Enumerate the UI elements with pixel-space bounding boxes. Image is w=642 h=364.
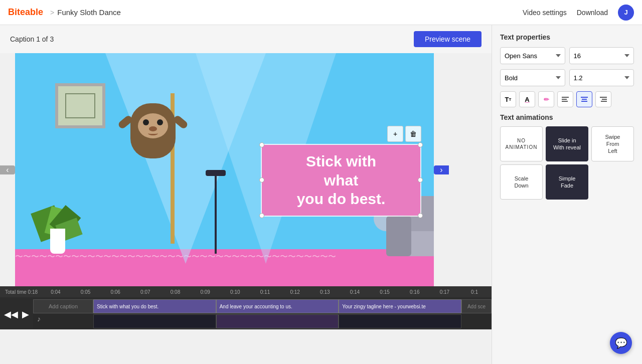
- play-button[interactable]: ▶: [22, 309, 29, 320]
- line-height-select[interactable]: 1.2: [569, 69, 634, 86]
- ruler-label: 0:10: [220, 289, 250, 295]
- project-title: Funky Sloth Dance: [57, 8, 121, 17]
- caption-block-1[interactable]: Stick with what you do best.: [93, 299, 216, 313]
- caption-block-2[interactable]: And leave your accounting to us.: [216, 299, 339, 313]
- caption-text: Stick with what you do best.: [271, 152, 411, 209]
- timeline: Total time 0:18 0:040:050:060:070:080:09…: [0, 286, 492, 329]
- chat-button[interactable]: 💬: [610, 332, 632, 354]
- font-weight-select[interactable]: Bold: [500, 69, 565, 86]
- track-area: Add caption Stick with what you do best.…: [33, 299, 492, 329]
- font-size-select[interactable]: 16: [569, 47, 634, 64]
- text-content-box[interactable]: Stick with what you do best.: [262, 145, 420, 216]
- ruler-label: 0:07: [130, 289, 160, 295]
- total-time-label: Total time 0:18: [2, 289, 41, 295]
- ruler-label: 0:04: [41, 289, 71, 295]
- delete-element-button[interactable]: 🗑: [405, 126, 421, 142]
- text-selection-box[interactable]: Stick with what you do best.: [261, 144, 421, 217]
- picture-inner: [63, 91, 98, 121]
- ruler-label: 0:11: [250, 289, 280, 295]
- caption-blocks: Stick with what you do best. And leave y…: [93, 299, 492, 313]
- sloth-eye-left: [143, 119, 149, 125]
- breadcrumb-sep: >: [50, 9, 54, 17]
- main-layout: Caption 1 of 3 Preview scene ‹: [0, 25, 642, 364]
- rewind-button[interactable]: ◀◀: [4, 309, 18, 320]
- sofa-arm-right: [396, 216, 411, 256]
- text-block-1[interactable]: [93, 314, 216, 328]
- weight-property-row: Bold 1.2: [500, 69, 634, 86]
- ruler-label: 0:06: [100, 289, 130, 295]
- scale-down-card[interactable]: ScaleDown: [500, 164, 543, 200]
- track-spacer: ♪: [33, 314, 93, 328]
- simple-fade-card[interactable]: SimpleFade: [546, 164, 588, 200]
- text-track-row: ♪: [33, 314, 492, 328]
- prev-scene-button[interactable]: ‹: [0, 165, 15, 174]
- preview-scene-button[interactable]: Preview scene: [414, 31, 482, 47]
- add-element-button[interactable]: +: [387, 126, 403, 142]
- highlight-btn[interactable]: ✏: [538, 91, 554, 107]
- video-settings-button[interactable]: Video settings: [523, 9, 567, 17]
- avatar: J: [618, 5, 634, 21]
- slide-in-with-reveal-card[interactable]: Slide inWith reveal: [546, 126, 588, 161]
- swipe-from-left-card[interactable]: SwipeFromLeft: [591, 126, 634, 161]
- text-format-btn[interactable]: TT: [500, 91, 516, 107]
- ruler-label: 0:08: [160, 289, 191, 295]
- caption-label: Caption 1 of 3: [10, 35, 54, 43]
- resize-handle-ml[interactable]: [259, 177, 264, 183]
- resize-handle-mr[interactable]: [418, 177, 423, 183]
- ruler-label: 0:15: [370, 289, 400, 295]
- ruler-label: 0:09: [190, 289, 220, 295]
- download-button[interactable]: Download: [577, 9, 608, 17]
- caption-track-row: Add caption Stick with what you do best.…: [33, 299, 492, 313]
- resize-handle-br[interactable]: [418, 213, 423, 218]
- text-block-spacer: [461, 314, 492, 328]
- sloth-eye-right: [157, 119, 163, 125]
- ruler-label: 0:17: [430, 289, 460, 295]
- format-buttons-row: TT A ✏: [500, 91, 634, 107]
- text-blocks-row: [93, 314, 492, 328]
- font-property-row: Open Sans 16: [500, 47, 634, 64]
- logo: Biteable: [8, 7, 43, 18]
- ruler-label: 0:13: [310, 289, 340, 295]
- ruler-label: 0:05: [71, 289, 101, 295]
- ruler-label: 0:1: [459, 289, 490, 295]
- sloth-body: [130, 103, 176, 158]
- text-animations-title: Text animations: [500, 113, 634, 121]
- text-block-2[interactable]: [216, 314, 339, 328]
- resize-handle-tr[interactable]: [418, 142, 423, 147]
- timeline-controls-row: ◀◀ ▶ Add caption Stick with what you do …: [0, 297, 492, 329]
- topbar: Biteable > Funky Sloth Dance Video setti…: [0, 0, 642, 25]
- next-scene-button[interactable]: ›: [434, 165, 449, 174]
- caption-bar: Caption 1 of 3 Preview scene: [0, 25, 492, 53]
- ruler-label: 0:16: [400, 289, 430, 295]
- add-caption-button[interactable]: Add caption: [33, 299, 93, 313]
- music-icon: ♪: [37, 315, 41, 323]
- text-overlay-container[interactable]: + 🗑 Stick with what: [261, 126, 421, 217]
- animations-grid: NOANIMATION Slide inWith reveal SwipeFro…: [500, 126, 634, 200]
- caption-block-3[interactable]: Your zingy tagline here - yourwebsi.te: [339, 299, 461, 313]
- font-color-btn[interactable]: A: [519, 91, 535, 107]
- resize-handle-tl[interactable]: [259, 142, 264, 147]
- canvas-wrap: Caption 1 of 3 Preview scene ‹: [0, 25, 492, 364]
- align-right-btn[interactable]: [595, 91, 611, 107]
- ruler-label: 0:12: [280, 289, 310, 295]
- resize-handle-bl[interactable]: [259, 213, 264, 218]
- right-panel: Text properties Open Sans 16 Bold 1.2 TT…: [492, 25, 642, 364]
- lamp-base: [215, 173, 217, 254]
- playback-controls: ◀◀ ▶: [0, 309, 33, 320]
- align-center-btn[interactable]: [576, 91, 592, 107]
- picture-lines: [65, 93, 95, 118]
- canvas-with-arrows: ‹: [0, 53, 492, 286]
- sloth-character: [130, 103, 176, 158]
- sloth-mouth: [148, 131, 158, 135]
- no-animation-card[interactable]: NOANIMATION: [500, 126, 543, 161]
- align-left-btn[interactable]: [557, 91, 573, 107]
- text-block-3[interactable]: [339, 314, 461, 328]
- text-overlay-toolbar: + 🗑: [261, 126, 421, 142]
- sloth-nose: [149, 126, 157, 131]
- font-family-select[interactable]: Open Sans: [500, 47, 565, 64]
- text-properties-title: Text properties: [500, 33, 634, 41]
- picture-frame: [55, 83, 105, 128]
- add-scene-button[interactable]: Add sce: [461, 299, 492, 313]
- ruler-label: 0:14: [340, 289, 370, 295]
- timeline-ruler: Total time 0:18 0:040:050:060:070:080:09…: [0, 286, 492, 297]
